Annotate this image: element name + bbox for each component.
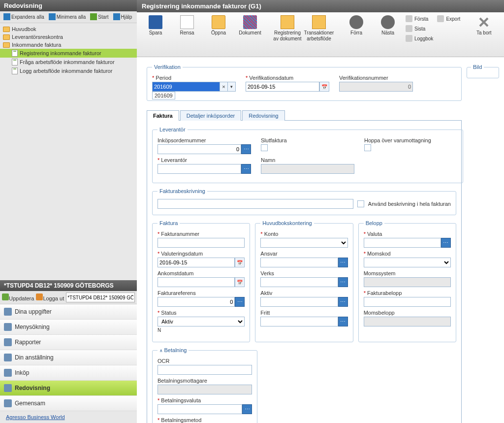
export-icon [437,15,444,22]
logout-button[interactable]: Logga ut [36,293,64,301]
tree-node-logg-arbetsflode[interactable]: Logg arbetsflöde inkommande fakturor [0,66,137,75]
nav-gemensam[interactable]: Gemensam [0,396,137,411]
period-dropdown-button[interactable] [228,82,236,92]
period-autocomplete-item[interactable]: 201609 [152,92,175,99]
tab-strip: Faktura Detaljer inköpsorder Redovisning [147,110,462,121]
status-select[interactable]: Aktiv [158,317,245,326]
valuta-lookup-button[interactable] [441,238,451,248]
nav-din-anstallning[interactable]: Din anställning [0,350,137,365]
vendor-input[interactable] [158,164,241,174]
prev-button[interactable]: Förra [341,14,372,37]
description-input[interactable] [158,199,353,209]
delete-button[interactable]: Ta bort [468,14,500,37]
valuta-label: * Valuta [364,231,451,237]
next-icon [381,15,395,29]
valuta-input[interactable] [364,238,441,248]
transactions-button[interactable]: Transaktioner arbetsflöde [303,14,335,43]
register-doc-button[interactable]: Registrering av dokument [272,14,303,43]
ribbon: Spara Rensa Öppna Dokument Registrering … [137,12,504,57]
period-input[interactable] [152,82,220,92]
valdate-input[interactable] [158,258,235,267]
vendor-lookup-button[interactable] [241,164,251,174]
gl-coding-group: Huvudbokskontering * Konto Ansvar Verks … [255,220,353,342]
footer-link[interactable]: Agresso Business World [0,411,137,423]
calendar-icon[interactable] [235,277,245,287]
final-invoice-checkbox[interactable] [261,144,268,151]
next-button[interactable]: Nästa [372,14,404,37]
save-icon [149,15,162,29]
help-button[interactable]: Hjälp [112,13,134,21]
fritt-label: Fritt [260,310,347,316]
status-code: N [158,327,245,333]
nav-redovisning[interactable]: Redovisning [0,381,137,396]
period-label: * Period [152,75,236,81]
ansvar-lookup-button[interactable] [338,258,348,267]
refresh-button[interactable]: Uppdatera [2,293,34,301]
fritt-input[interactable] [260,317,338,326]
tree-node-fraga-arbetsflode[interactable]: Fråga arbetsflöde inkommande fakturor [0,58,137,66]
folder-icon [3,34,10,40]
tab-redovisning[interactable]: Redovisning [242,110,285,121]
document-button[interactable]: Dokument [234,14,266,37]
aktiv-input[interactable] [260,297,338,307]
po-input[interactable] [158,144,241,154]
calendar-icon[interactable] [235,258,245,267]
verks-lookup-button[interactable] [338,277,348,287]
use-description-checkbox[interactable] [357,200,364,207]
clear-button[interactable]: Rensa [171,14,203,37]
konto-select[interactable] [260,238,347,248]
arrival-date-input[interactable] [158,277,235,287]
start-button[interactable]: Start [89,13,110,21]
tree-node-registrering[interactable]: Registrering inkommande fakturor [0,49,137,58]
aktiv-lookup-button[interactable] [338,297,348,307]
vendor-group: Leverantör Inköpsordernummer Slutfaktura… [152,127,463,183]
ocr-input[interactable] [158,365,252,375]
ref-lookup-button[interactable] [235,297,245,307]
last-icon [406,25,412,32]
screen-title: Registrering inkommande fakturor (G1) [137,0,504,12]
shared-icon [4,399,12,407]
save-button[interactable]: Spara [140,14,171,37]
nav-inkop[interactable]: Inköp [0,365,137,381]
nav-menysokning[interactable]: Menysökning [0,320,137,335]
momskod-select[interactable] [364,258,451,267]
expand-all-button[interactable]: Expandera alla [2,13,46,21]
payment-legend[interactable]: Betalning [158,347,189,353]
minus-icon [49,13,56,20]
invoice-num-input[interactable] [158,238,245,248]
context-input[interactable] [66,293,135,302]
verification-legend: Verifikation [152,64,183,70]
collapse-all-button[interactable]: Minimera alla [47,13,87,21]
open-button[interactable]: Öppna [203,14,234,37]
nav-dina-uppgifter[interactable]: Dina uppgifter [0,304,137,320]
calendar-icon[interactable] [319,82,329,92]
momssystem-field [364,277,451,287]
first-button[interactable]: Första [404,14,435,23]
tab-detaljer[interactable]: Detaljer inköpsorder [180,110,241,121]
last-button[interactable]: Sista [404,24,435,33]
period-clear-button[interactable] [220,82,228,92]
use-description-label: Använd beskrivning i hela fakturan [368,201,451,207]
fakturabelopp-input[interactable] [364,297,451,307]
po-lookup-button[interactable] [241,144,251,154]
log-button[interactable]: Loggbok [404,34,435,43]
tab-faktura[interactable]: Faktura [147,110,179,121]
verks-input[interactable] [260,277,338,287]
report-icon [4,338,12,346]
tree-node-inkommande-faktura[interactable]: Inkommande faktura [0,41,137,49]
search-icon [4,323,12,331]
navigation-tree: Huvudbok Leverantörsreskontra Inkommande… [0,23,137,77]
verif-date-input[interactable] [246,82,319,92]
invoice-legend: Faktura [158,220,180,226]
tree-node-huvudbok[interactable]: Huvudbok [0,25,137,33]
invoice-ref-input[interactable] [158,297,235,307]
register-icon [281,15,294,29]
nav-rapporter[interactable]: Rapporter [0,335,137,350]
export-button[interactable]: Export [435,14,462,23]
ansvar-input[interactable] [260,258,338,267]
pay-currency-lookup-button[interactable] [242,404,252,414]
skip-receipt-checkbox[interactable] [364,144,371,151]
tree-node-leverantorsreskontra[interactable]: Leverantörsreskontra [0,33,137,41]
fritt-lookup-button[interactable] [338,317,348,326]
pay-currency-input[interactable] [158,404,242,414]
